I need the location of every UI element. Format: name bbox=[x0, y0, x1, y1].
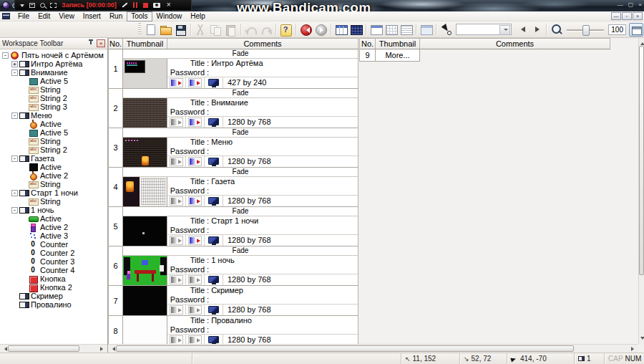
menu-view[interactable]: View bbox=[54, 11, 79, 21]
scrollbar-thumb[interactable] bbox=[639, 46, 644, 275]
transition-cell[interactable]: Fade bbox=[123, 207, 358, 216]
no-transition-icon[interactable] bbox=[170, 196, 183, 206]
frame-editor-button[interactable] bbox=[348, 23, 364, 37]
expand-toggle[interactable]: + bbox=[11, 61, 18, 67]
column-header-no[interactable]: No. bbox=[360, 39, 376, 49]
frame-row[interactable]: Title : ПровалиноPassword : 1280 by 768 bbox=[123, 316, 358, 344]
bandicam-screenshot-button[interactable] bbox=[153, 3, 160, 8]
tree-item[interactable]: Active bbox=[0, 163, 107, 171]
tree-item[interactable]: -Внимание bbox=[0, 68, 107, 77]
column-header-comments[interactable]: Comments bbox=[167, 39, 358, 49]
menu-file[interactable]: File bbox=[14, 11, 34, 21]
cut-button[interactable] bbox=[193, 23, 208, 37]
horizontal-scrollbar[interactable] bbox=[108, 344, 638, 353]
frame-thumbnail[interactable] bbox=[123, 177, 167, 206]
tree-item[interactable]: -Газета bbox=[0, 154, 107, 163]
thumbnail-cell[interactable] bbox=[123, 286, 167, 315]
frame-row[interactable]: Title : СкримерPassword : 1280 by 768 bbox=[123, 286, 358, 316]
tree-item[interactable]: Кнопка bbox=[0, 274, 107, 283]
collapse-toggle[interactable]: - bbox=[11, 190, 18, 196]
bandicam-stop-button[interactable] bbox=[143, 3, 148, 8]
frame-number[interactable]: 6 bbox=[109, 246, 123, 286]
no-transition-icon[interactable] bbox=[170, 305, 183, 315]
no-transition-icon[interactable] bbox=[170, 275, 183, 284]
new-button[interactable] bbox=[143, 23, 158, 37]
save-button[interactable] bbox=[173, 23, 188, 37]
panel-close-button[interactable]: × bbox=[97, 39, 105, 47]
transition-cell[interactable]: Fade bbox=[123, 128, 358, 138]
thumbnail-cell[interactable] bbox=[123, 216, 167, 246]
mdi-minimize-button[interactable]: — bbox=[611, 12, 621, 20]
collapse-toggle[interactable]: - bbox=[2, 52, 9, 59]
thumbnail-cell[interactable] bbox=[123, 256, 167, 285]
scroll-left-icon[interactable] bbox=[110, 347, 115, 351]
open-button[interactable] bbox=[158, 23, 173, 37]
tree-item[interactable]: String 3 bbox=[0, 102, 107, 111]
tree-item[interactable]: Counter bbox=[0, 240, 107, 249]
collapse-toggle[interactable]: - bbox=[11, 112, 18, 119]
mdi-restore-button[interactable]: ▫ bbox=[622, 12, 632, 20]
scroll-down-icon[interactable] bbox=[640, 337, 644, 342]
no-transition-icon[interactable] bbox=[170, 118, 183, 127]
single-view-toggle[interactable] bbox=[629, 23, 643, 37]
frame-window-button[interactable] bbox=[369, 23, 384, 37]
frame-row[interactable]: Title : ВниманиеPassword : 1280 by 768 bbox=[123, 98, 358, 128]
frame-row[interactable]: Title : 1 ночьPassword : 1280 by 768 bbox=[123, 256, 358, 286]
minimize-button[interactable]: — bbox=[618, 1, 623, 8]
bandicam-zoom-icon[interactable] bbox=[40, 3, 45, 8]
thumbnail-cell[interactable] bbox=[123, 98, 167, 128]
vertical-scrollbar[interactable] bbox=[638, 38, 644, 344]
fade-transition-icon[interactable] bbox=[188, 196, 202, 206]
frame-number[interactable]: 1 bbox=[109, 49, 123, 89]
tree-item[interactable]: Скример bbox=[0, 292, 107, 300]
collapse-toggle[interactable]: - bbox=[11, 155, 18, 162]
tree-item[interactable]: Active 5 bbox=[0, 128, 107, 137]
frame-row[interactable]: Title : Интро АртёмаPassword : 427 by 24… bbox=[123, 59, 358, 89]
previous-frame-button[interactable] bbox=[514, 23, 529, 37]
column-header-thumbnail[interactable]: Thumbnail bbox=[123, 39, 167, 49]
frame-number[interactable]: 5 bbox=[109, 207, 123, 246]
no-transition-icon[interactable] bbox=[188, 335, 202, 344]
bandicam-window-icon[interactable] bbox=[29, 3, 35, 8]
tree-item[interactable]: String 2 bbox=[0, 94, 107, 102]
toolbar-grip[interactable] bbox=[138, 23, 141, 36]
pin-icon[interactable] bbox=[87, 39, 94, 47]
frame-select-combo[interactable] bbox=[456, 24, 512, 35]
tree-item[interactable]: String bbox=[0, 85, 107, 94]
bandicam-draw-icon[interactable] bbox=[122, 2, 127, 7]
fade-transition-icon[interactable] bbox=[188, 118, 202, 127]
zoom-slider[interactable] bbox=[565, 24, 605, 36]
bandicam-close-button[interactable]: × bbox=[167, 1, 171, 9]
no-transition-icon[interactable] bbox=[188, 275, 202, 284]
scroll-up-icon[interactable] bbox=[640, 40, 644, 45]
transition-cell[interactable]: Fade bbox=[123, 246, 358, 256]
menu-run[interactable]: Run bbox=[105, 11, 127, 21]
tree-item[interactable]: -Пять ночей с Артёмом bbox=[0, 51, 107, 59]
tree-item[interactable]: Active bbox=[0, 214, 107, 223]
transition-cell[interactable]: Fade bbox=[123, 168, 358, 177]
tree-item[interactable]: Counter 4 bbox=[0, 266, 107, 274]
no-transition-icon[interactable] bbox=[188, 305, 202, 315]
storyboard-editor-button[interactable] bbox=[333, 23, 348, 37]
tree-item[interactable]: String bbox=[0, 197, 107, 206]
menu-help[interactable]: Help bbox=[186, 11, 210, 21]
workspace-horizontal-scrollbar[interactable] bbox=[0, 344, 107, 353]
menu-tools[interactable]: Tools bbox=[127, 11, 152, 21]
tree-item[interactable]: Active 5 bbox=[0, 77, 107, 85]
thumbnail-cell[interactable] bbox=[123, 177, 167, 206]
no-transition-icon[interactable] bbox=[170, 157, 183, 166]
bandicam-region-icon[interactable] bbox=[50, 3, 57, 8]
fade-transition-icon[interactable] bbox=[188, 157, 202, 166]
frame-number[interactable]: 3 bbox=[109, 128, 123, 168]
frame-thumbnail[interactable] bbox=[123, 316, 167, 344]
tree-item[interactable]: Кнопка 2 bbox=[0, 283, 107, 292]
fade-transition-icon[interactable] bbox=[170, 78, 183, 87]
tree-item[interactable]: +Интро Артёма bbox=[0, 59, 107, 68]
frame-thumbnail[interactable] bbox=[123, 138, 167, 167]
mdi-close-button[interactable]: × bbox=[633, 12, 643, 20]
scroll-right-icon[interactable] bbox=[631, 347, 636, 351]
frame-row[interactable]: Title : ГазетаPassword : 1280 by 768 bbox=[123, 177, 358, 207]
frame-row[interactable]: Title : Старт 1 ночиPassword : 1280 by 7… bbox=[123, 216, 358, 246]
frame-number[interactable]: 7 bbox=[109, 286, 123, 316]
more-frames-button[interactable]: More... bbox=[376, 49, 420, 62]
